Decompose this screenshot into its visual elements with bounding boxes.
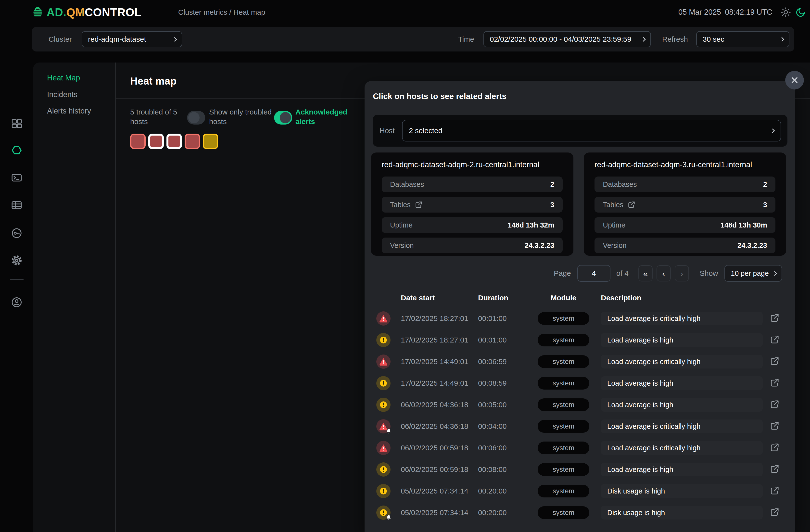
alert-row[interactable]: 06/02/2025 04:36:18 00:05:00 system Load…: [364, 394, 795, 416]
alert-description-cell: Load average is critically high: [589, 419, 763, 433]
stat-label-wrap: Databases: [390, 180, 424, 189]
time-range-select[interactable]: 02/02/2025 00:00:00 - 04/03/2025 23:59:5…: [484, 31, 651, 47]
host-square[interactable]: [203, 134, 218, 149]
host-square[interactable]: [166, 134, 182, 149]
host-stat-row: Version 24.3.2.23: [595, 238, 775, 253]
alert-description: Load average is high: [601, 333, 763, 347]
alert-description-cell: Load average is critically high: [589, 355, 763, 369]
alert-date-start: 06/02/2025 00:59:18: [392, 444, 478, 452]
alert-severity-icon: [376, 462, 391, 477]
page-total: of 4: [616, 269, 629, 277]
alert-row[interactable]: 06/02/2025 00:59:18 00:06:00 system Load…: [364, 437, 795, 459]
sidebar-item-account[interactable]: [10, 296, 23, 309]
alert-description: Load average is critically high: [601, 419, 763, 433]
alert-module-cell: system: [538, 334, 589, 346]
host-stat-row: Version 24.3.2.23: [382, 238, 563, 253]
terminal-icon: [11, 172, 23, 184]
alert-description: Disk usage is high: [601, 484, 763, 498]
host-select[interactable]: 2 selected: [402, 120, 781, 142]
alert-severity-icon: [376, 311, 391, 326]
external-link-icon[interactable]: [770, 421, 780, 431]
alert-severity-icon: [376, 376, 391, 390]
external-link-icon[interactable]: [415, 200, 423, 209]
alert-link-cell: [763, 464, 783, 475]
prev-page-button[interactable]: ‹: [657, 265, 671, 281]
subnav-item[interactable]: Alerts history: [47, 107, 91, 115]
heatmap-squares: [130, 134, 218, 149]
show-only-troubled-toggle[interactable]: [187, 111, 205, 125]
first-page-button[interactable]: «: [638, 265, 653, 281]
alert-date-start: 17/02/2025 18:27:01: [392, 314, 478, 323]
external-link-icon[interactable]: [770, 313, 780, 323]
module-badge: system: [538, 398, 589, 411]
stat-label: Version: [390, 241, 414, 249]
app-logo[interactable]: AD.QMCONTROL: [31, 6, 142, 19]
key-icon: [11, 227, 23, 239]
alert-row[interactable]: 06/02/2025 00:59:18 00:08:00 system Load…: [364, 459, 795, 480]
host-square[interactable]: [130, 134, 146, 149]
alert-row[interactable]: 17/02/2025 18:27:01 00:01:00 system Load…: [364, 329, 795, 351]
refresh-select[interactable]: 30 sec: [696, 31, 789, 47]
alert-severity-icon: [376, 333, 391, 347]
modal-title: Click on hosts to see related alerts: [373, 92, 506, 101]
stat-label: Databases: [390, 180, 424, 189]
module-badge: system: [538, 441, 589, 454]
alert-module-cell: system: [538, 420, 589, 433]
external-link-icon[interactable]: [770, 485, 780, 496]
critical-triangle-icon: [379, 314, 388, 323]
alerts-table-body: 17/02/2025 18:27:01 00:01:00 system Load…: [364, 308, 795, 523]
sidebar-item-dashboard[interactable]: [10, 117, 23, 130]
time-label: Time: [458, 35, 474, 43]
bell-icon: [385, 428, 392, 435]
external-link-icon[interactable]: [770, 356, 780, 366]
dashboard-grid-icon: [11, 117, 23, 130]
stat-label-wrap: Version: [390, 241, 414, 249]
alert-row[interactable]: 05/02/2025 07:34:14 00:20:00 system Disk…: [364, 480, 795, 502]
alert-duration: 00:04:00: [478, 422, 538, 431]
subnav-item[interactable]: Heat Map: [47, 74, 80, 82]
left-sidebar: [0, 51, 33, 532]
host-square[interactable]: [184, 134, 200, 149]
alert-date-start: 05/02/2025 07:34:14: [392, 487, 478, 495]
next-page-button[interactable]: ›: [675, 265, 689, 281]
alert-row[interactable]: 17/02/2025 18:27:01 00:01:00 system Load…: [364, 308, 795, 329]
alert-row[interactable]: 17/02/2025 14:49:01 00:08:59 system Load…: [364, 372, 795, 394]
external-link-icon[interactable]: [770, 442, 780, 453]
chevron-right-icon: [770, 128, 775, 133]
cluster-select[interactable]: red-adqm-dataset: [82, 31, 182, 47]
gear-icon: [11, 254, 23, 267]
logo-text: AD.QMCONTROL: [47, 6, 142, 19]
alert-description: Load average is high: [601, 376, 763, 390]
subnav-item[interactable]: Incidents: [47, 90, 78, 99]
moon-icon[interactable]: [795, 7, 806, 18]
external-link-icon[interactable]: [770, 507, 780, 517]
sun-icon[interactable]: [780, 6, 791, 18]
sidebar-item-cluster[interactable]: [10, 144, 23, 157]
external-link-icon[interactable]: [770, 399, 780, 409]
alert-row[interactable]: 06/02/2025 04:36:18 00:04:00 system Load…: [364, 416, 795, 437]
alert-module-cell: system: [538, 355, 589, 368]
host-square[interactable]: [148, 134, 164, 149]
refresh-label: Refresh: [662, 35, 688, 43]
sidebar-item-terminal[interactable]: [10, 171, 23, 184]
alert-row[interactable]: 05/02/2025 07:34:14 00:20:00 system Disk…: [364, 502, 795, 523]
page-number-input[interactable]: [577, 265, 611, 282]
breadcrumb[interactable]: Cluster metrics / Heat map: [178, 8, 265, 16]
acknowledged-alerts-toggle[interactable]: [274, 111, 292, 125]
external-link-icon[interactable]: [770, 464, 780, 474]
host-stat-row: Uptime 148d 13h 30m: [595, 217, 775, 233]
alert-severity-icon: [376, 441, 391, 455]
external-link-icon[interactable]: [770, 377, 780, 388]
stat-value: 3: [550, 201, 554, 209]
module-badge: system: [538, 506, 589, 519]
external-link-icon[interactable]: [627, 200, 636, 209]
sidebar-item-tables[interactable]: [10, 199, 23, 212]
alert-duration: 00:05:00: [478, 401, 538, 409]
alert-row[interactable]: 17/02/2025 14:49:01 00:06:59 system Load…: [364, 351, 795, 372]
sidebar-item-access-keys[interactable]: [10, 227, 23, 240]
per-page-select[interactable]: 10 per page: [725, 265, 782, 282]
sidebar-item-settings[interactable]: [10, 254, 23, 267]
alert-link-cell: [763, 399, 783, 410]
close-button[interactable]: [785, 71, 804, 90]
external-link-icon[interactable]: [770, 334, 780, 345]
